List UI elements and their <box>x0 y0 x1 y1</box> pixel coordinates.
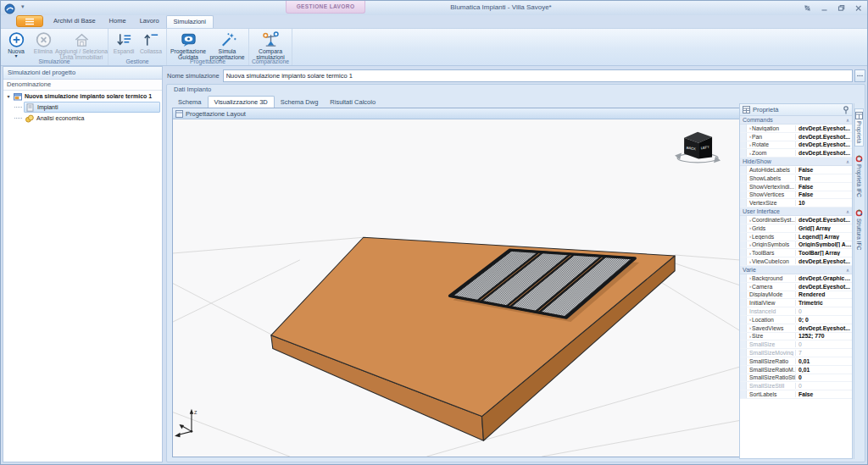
minimize-button[interactable] <box>819 3 830 13</box>
property-row-smallsize[interactable]: SmallSize0 <box>740 340 852 349</box>
expand-arrow-icon[interactable]: › <box>749 218 751 223</box>
simulation-name-input[interactable] <box>223 69 853 82</box>
ribbon-button-aggiungi-seleziona-unit-immobiliari[interactable]: Aggiungi / SelezionaUnità Immobiliari <box>57 30 106 61</box>
column-header-denominazione[interactable]: Denominazione <box>3 80 162 91</box>
property-value[interactable]: Legend[] Array <box>795 234 852 240</box>
property-value[interactable]: False <box>795 191 852 197</box>
property-value[interactable]: devDept.Eyeshot... <box>795 125 852 131</box>
property-category-varie[interactable]: Varie∧ <box>740 266 852 274</box>
property-row-toolbars[interactable]: ›ToolBarsToolBar[] Array <box>740 249 852 257</box>
property-row-size[interactable]: ›Size1252; 770 <box>740 333 852 341</box>
ribbon-tab-lavoro[interactable]: Lavoro <box>133 15 166 28</box>
property-row-grids[interactable]: ›GridsGrid[] Array <box>740 224 852 233</box>
property-value[interactable]: Rendered <box>795 291 852 297</box>
collapse-chevron-icon[interactable]: ∧ <box>846 158 849 165</box>
expand-arrow-icon[interactable]: › <box>749 234 751 239</box>
property-value[interactable]: devDept.Eyeshot... <box>795 284 852 290</box>
expand-arrow-icon[interactable]: › <box>749 284 751 289</box>
expand-arrow-icon[interactable]: › <box>749 251 751 256</box>
application-menu-button[interactable] <box>16 15 43 27</box>
property-row-autohidelabels[interactable]: AutoHideLabelsFalse <box>740 166 852 174</box>
expand-arrow-icon[interactable]: › <box>749 317 751 322</box>
expand-arrow-icon[interactable]: › <box>749 142 751 147</box>
tree-item-nuova-simulazione-impianto-solare-termico-1[interactable]: ▾Nuova simulazione impianto solare termi… <box>3 91 162 102</box>
property-value[interactable]: devDept.Eyeshot... <box>795 325 852 331</box>
property-value[interactable]: 0,01 <box>795 367 852 373</box>
property-value[interactable]: False <box>795 167 852 173</box>
resize-button[interactable] <box>802 3 813 13</box>
3d-canvas[interactable]: BACKLEFTZ <box>173 119 739 457</box>
pin-icon[interactable] <box>843 106 849 114</box>
property-value[interactable]: 0 <box>795 374 852 380</box>
property-value[interactable]: 0 <box>795 308 852 314</box>
property-value[interactable]: OriginSymbol[] Ar... <box>795 241 852 247</box>
property-value[interactable]: 0 <box>795 383 852 389</box>
property-row-location[interactable]: ›Location0; 0 <box>740 316 852 324</box>
property-value[interactable]: devDept.Eyeshot... <box>795 134 852 140</box>
property-row-displaymode[interactable]: DisplayModeRendered <box>740 291 852 300</box>
property-row-showvertexindi[interactable]: ShowVertexIndi...False <box>740 183 852 191</box>
property-value[interactable]: devDept.Graphics... <box>795 275 852 281</box>
property-row-originsymbols[interactable]: ›OriginSymbolsOriginSymbol[] Ar... <box>740 241 852 250</box>
property-row-instanceid[interactable]: InstanceId0 <box>740 307 852 316</box>
tab-schema-dwg[interactable]: Schema Dwg <box>275 97 325 108</box>
property-row-rotate[interactable]: ›RotatedevDept.Eyeshot... <box>740 141 852 150</box>
property-value[interactable]: 0; 0 <box>795 317 852 323</box>
simulation-name-field-button[interactable] <box>854 69 865 82</box>
property-value[interactable]: devDept.Eyeshot... <box>795 258 852 264</box>
dock-tab-struttura-ifc[interactable]: Struttura IFC <box>854 206 864 253</box>
ribbon-button-nuova[interactable]: Nuova▾ <box>3 30 30 58</box>
dock-tab-propriet-ifc[interactable]: Proprietà IFC <box>854 152 864 201</box>
expand-arrow-icon[interactable]: › <box>749 125 751 130</box>
collapse-chevron-icon[interactable]: ∧ <box>846 208 849 215</box>
property-row-savedviews[interactable]: ›SavedViewsdevDept.Eyeshot... <box>740 324 852 333</box>
expand-arrow-icon[interactable]: › <box>749 325 751 330</box>
tab-risultati-calcolo[interactable]: Risultati Calcolo <box>324 97 381 108</box>
property-value[interactable]: devDept.Eyeshot... <box>795 217 852 223</box>
dock-tab-propriet[interactable]: Proprietà <box>854 108 864 147</box>
property-row-smallsizemoving[interactable]: SmallSizeMoving7 <box>740 349 852 357</box>
ribbon-tab-home[interactable]: Home <box>103 15 133 28</box>
property-value[interactable]: devDept.Eyeshot... <box>795 141 852 147</box>
tab-schema[interactable]: Schema <box>172 97 208 108</box>
property-value[interactable]: 0 <box>795 341 852 347</box>
property-row-viewcubeicon[interactable]: ›ViewCubeIcondevDept.Eyeshot... <box>740 257 852 266</box>
property-row-background[interactable]: ›BackgrounddevDept.Graphics... <box>740 274 852 283</box>
ribbon-button-elimina[interactable]: Elimina <box>30 30 57 54</box>
property-value[interactable]: False <box>795 184 852 190</box>
ribbon-tab-archivi-di-base[interactable]: Archivi di Base <box>47 15 103 28</box>
property-value[interactable]: devDept.Eyeshot... <box>795 150 852 156</box>
layout-bar[interactable]: Progettazione Layout <box>173 108 739 119</box>
tree-expander-icon[interactable]: ▾ <box>5 93 12 99</box>
collapse-chevron-icon[interactable]: ∧ <box>846 116 849 124</box>
property-value[interactable]: Trimetric <box>795 300 852 306</box>
property-row-smallsizestill[interactable]: SmallSizeStill0 <box>740 382 852 390</box>
property-value[interactable]: 10 <box>795 200 852 206</box>
property-row-pan[interactable]: ›PandevDept.Eyeshot... <box>740 133 852 141</box>
ribbon-button-espandi[interactable]: Espandi <box>110 30 137 54</box>
expand-arrow-icon[interactable]: › <box>749 225 751 230</box>
ribbon-button-simula-progettazione[interactable]: Simulaprogettazione <box>208 30 247 61</box>
property-row-coordinatesyst[interactable]: ›CoordinateSyst...devDept.Eyeshot... <box>740 216 852 224</box>
property-row-legends[interactable]: ›LegendsLegend[] Array <box>740 233 852 241</box>
property-row-showvertices[interactable]: ShowVerticesFalse <box>740 191 852 200</box>
expand-arrow-icon[interactable]: › <box>749 134 751 139</box>
property-category-hide-show[interactable]: Hide/Show∧ <box>740 158 852 166</box>
property-value[interactable]: Grid[] Array <box>795 225 852 231</box>
property-row-smallsizeratiostill[interactable]: SmallSizeRatioStill0 <box>740 374 852 383</box>
property-row-smallsizeratio[interactable]: SmallSizeRatio0,01 <box>740 357 852 366</box>
expand-arrow-icon[interactable]: › <box>749 242 751 247</box>
expand-arrow-icon[interactable]: › <box>749 334 751 339</box>
expand-arrow-icon[interactable]: › <box>749 275 751 280</box>
quick-access-dropdown-icon[interactable]: ▾ <box>21 3 25 10</box>
property-row-sortlabels[interactable]: SortLabelsFalse <box>740 390 852 399</box>
property-row-zoom[interactable]: ›ZoomdevDept.Eyeshot... <box>740 149 852 158</box>
property-row-vertexsize[interactable]: VertexSize10 <box>740 199 852 208</box>
ribbon-button-collassa[interactable]: Collassa <box>137 30 164 54</box>
ribbon-tab-simulazioni[interactable]: Simulazioni <box>166 15 214 28</box>
property-row-smallsizeratiom[interactable]: SmallSizeRatioM...0,01 <box>740 366 852 374</box>
maximize-button[interactable] <box>836 3 847 13</box>
property-value[interactable]: 1252; 770 <box>795 333 852 339</box>
property-category-user-interface[interactable]: User Interface∧ <box>740 208 852 216</box>
close-button[interactable] <box>853 3 864 13</box>
